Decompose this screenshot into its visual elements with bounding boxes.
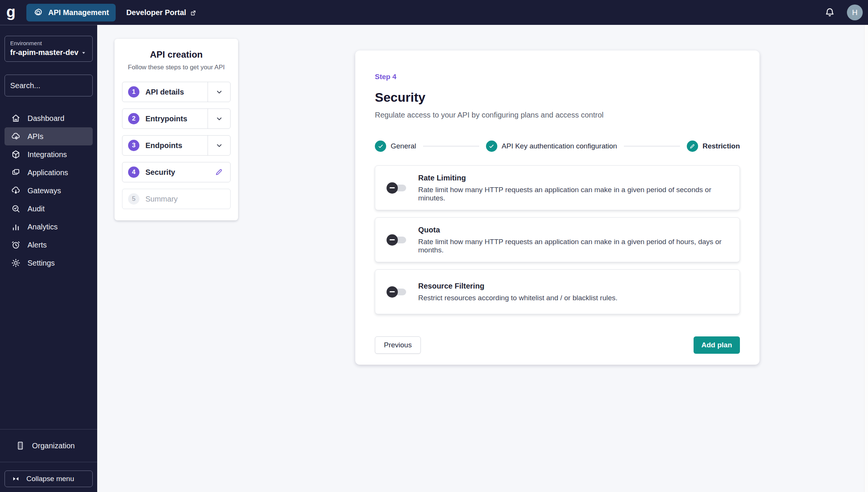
wizard-step-summary: 5 Summary [122,189,231,209]
toggle-off-icon [387,182,398,194]
sidebar-search [5,75,93,96]
top-bar: g API Management Developer Portal [0,0,868,25]
step-number-badge: 5 [128,193,139,205]
sidebar-item-audit[interactable]: Audit [5,200,93,218]
option-description: Restrict resources according to whitelis… [418,294,617,302]
step-label: Summary [145,195,178,203]
pencil-icon[interactable] [208,162,230,182]
bar-chart-icon [11,222,21,232]
caret-down-icon [80,49,87,56]
collapse-icon [12,475,20,483]
sidebar-item-label: Organization [32,442,75,450]
user-avatar[interactable]: H [847,5,863,20]
notifications-bell-icon[interactable] [824,7,836,18]
sidebar-item-organization[interactable]: Organization [9,437,88,455]
step-number-badge: 4 [128,167,139,178]
sidebar-item-analytics[interactable]: Analytics [5,218,93,236]
sidebar-nav: Dashboard APIs Integra [0,109,97,272]
page-description: Regulate access to your API by configuri… [375,111,740,119]
chevron-down-icon[interactable] [208,136,230,155]
restriction-options: Rate Limiting Rate limit how many HTTP r… [375,165,740,314]
developer-portal-link[interactable]: Developer Portal [126,8,197,17]
wizard-steps: 1 API details 2 Entrypoints [122,82,231,209]
main-area: API creation Follow these steps to get y… [97,25,868,492]
sidebar-item-label: Analytics [28,223,58,231]
sidebar-item-label: Gateways [28,186,61,195]
stepper-step-general[interactable]: General [375,141,416,152]
rate-limiting-card: Rate Limiting Rate limit how many HTTP r… [375,165,740,210]
stepper-connector [624,146,680,147]
alarm-clock-icon [11,240,21,250]
check-icon [486,141,497,152]
plan-stepper: General API Key authentication configura… [375,141,740,152]
page-title: Security [375,90,740,105]
wizard-step-endpoints: 3 Endpoints [122,135,231,156]
step-label: Security [145,168,175,177]
wizard-step-api-details: 1 API details [122,82,231,102]
stepper-connector [423,146,479,147]
collapse-menu-label: Collapse menu [26,475,74,483]
quota-toggle[interactable] [387,234,407,246]
wizard-subtitle: Follow these steps to get your API [122,64,231,71]
stepper-step-restriction[interactable]: Restriction [687,141,740,152]
step-tag: Step 4 [375,73,740,81]
step-number-badge: 3 [128,140,139,151]
step-actions: Previous Add plan [375,336,740,354]
sidebar-item-integrations[interactable]: Integrations [5,145,93,163]
sidebar-item-label: APIs [28,132,43,141]
sidebar-item-gateways[interactable]: Gateways [5,182,93,200]
cloud-gear-icon [11,131,21,141]
cube-icon [11,150,21,159]
api-creation-panel: API creation Follow these steps to get y… [115,39,238,220]
security-step-card: Step 4 Security Regulate access to your … [355,50,760,365]
sidebar-bottom: Organization Collapse menu [0,429,97,492]
sidebar-item-apis[interactable]: APIs [5,127,93,145]
sidebar-item-label: Integrations [28,150,67,159]
sidebar-item-label: Alerts [28,241,47,249]
gear-icon [11,258,21,268]
api-management-label: API Management [48,8,109,17]
sidebar-item-label: Dashboard [28,114,64,123]
gravitee-logo[interactable]: g [0,4,22,19]
wizard-step-security: 4 Security [122,162,231,182]
sidebar-item-dashboard[interactable]: Dashboard [5,109,93,127]
external-link-icon [189,9,197,17]
previous-button[interactable]: Previous [375,336,421,354]
stepper-label: API Key authentication configuration [502,142,617,150]
step-number-badge: 2 [128,113,139,124]
chevron-down-icon[interactable] [208,82,230,102]
option-description: Rate limit how many HTTP requests an app… [418,238,729,254]
environment-value: fr-apim-master-dev [10,48,78,57]
sidebar: Environment fr-apim-master-dev [0,25,97,492]
sidebar-item-label: Applications [28,168,68,177]
scrollbar-track[interactable] [864,25,868,492]
stepper-step-api-key[interactable]: API Key authentication configuration [486,141,617,152]
option-title: Rate Limiting [418,174,729,182]
cloud-node-icon [11,186,21,196]
wizard-step-entrypoints: 2 Entrypoints [122,108,231,129]
magnifier-check-icon [11,204,21,214]
pencil-icon [687,141,698,152]
environment-selector[interactable]: Environment fr-apim-master-dev [5,36,93,62]
sidebar-item-settings[interactable]: Settings [5,254,93,272]
search-input[interactable] [10,81,110,90]
step-label: Entrypoints [145,115,187,123]
api-management-badge-icon [33,8,43,18]
option-description: Rate limit how many HTTP requests an app… [418,186,729,202]
home-icon [11,113,21,123]
sidebar-item-alerts[interactable]: Alerts [5,236,93,254]
step-label: Endpoints [145,141,182,150]
wizard-title: API creation [122,49,231,60]
sidebar-item-label: Audit [28,205,45,213]
building-icon [15,441,25,451]
app-root: g API Management Developer Portal [0,0,868,492]
rate-limiting-toggle[interactable] [387,182,407,194]
api-management-button[interactable]: API Management [26,4,116,21]
stepper-label: Restriction [703,142,740,150]
quota-card: Quota Rate limit how many HTTP requests … [375,217,740,262]
sidebar-item-applications[interactable]: Applications [5,163,93,182]
resource-filtering-toggle[interactable] [387,286,407,298]
collapse-menu-button[interactable]: Collapse menu [5,471,93,487]
add-plan-button[interactable]: Add plan [694,336,740,354]
chevron-down-icon[interactable] [208,109,230,128]
